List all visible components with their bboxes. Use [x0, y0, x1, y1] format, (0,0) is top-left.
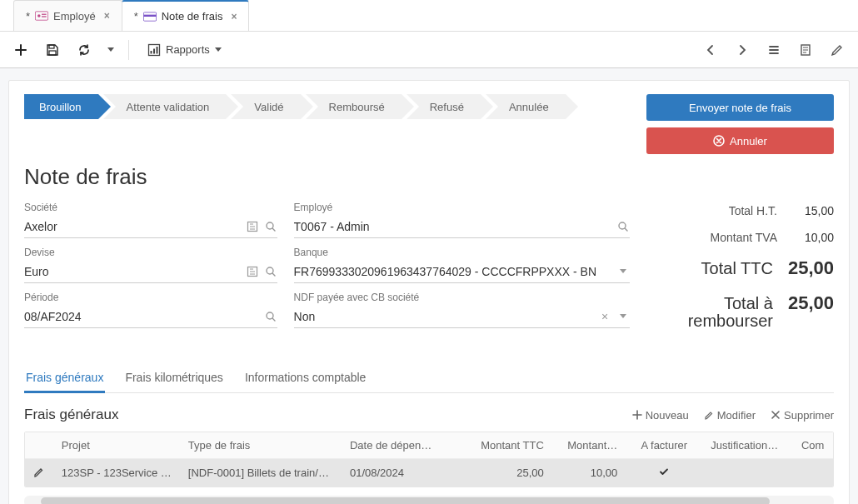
row-edit-icon[interactable]: [33, 467, 44, 480]
workflow-step-valide[interactable]: Validé: [231, 94, 300, 119]
tab-label: Note de frais: [162, 10, 223, 22]
banque-field[interactable]: FR7699333020961963437764029 - CCCCFRPPXX…: [294, 260, 630, 283]
search-icon[interactable]: [264, 265, 277, 278]
record-card: Brouillon Attente validation Validé Remb…: [8, 80, 850, 504]
cancel-expense-button[interactable]: Annuler: [646, 127, 834, 154]
subtab-frais-generaux[interactable]: Frais généraux: [24, 364, 105, 392]
next-record-button[interactable]: [730, 37, 755, 62]
employe-value: T0067 - Admin: [294, 220, 630, 233]
periode-label: Période: [24, 292, 277, 303]
toolbar: Rapports: [0, 32, 858, 68]
clear-icon[interactable]: ×: [598, 310, 611, 323]
horizontal-scrollbar[interactable]: [24, 496, 834, 504]
save-button[interactable]: [40, 37, 65, 62]
workflow-step-brouillon[interactable]: Brouillon: [24, 94, 98, 119]
col-tva[interactable]: Montant…: [552, 432, 626, 459]
reports-dropdown[interactable]: Rapports: [139, 40, 230, 60]
devise-value: Euro: [24, 265, 277, 278]
employe-label: Employé: [294, 202, 630, 213]
col-justif[interactable]: Justification…: [702, 432, 793, 459]
cell-date: 01/08/2024: [342, 459, 462, 487]
open-record-icon[interactable]: [246, 220, 259, 233]
action-buttons: Envoyer note de frais Annuler: [646, 94, 834, 154]
send-label: Envoyer note de frais: [689, 102, 791, 114]
tab-dirty-marker: *: [134, 10, 138, 22]
svg-rect-0: [35, 12, 47, 20]
content-area: Brouillon Attente validation Validé Remb…: [0, 68, 858, 504]
workflow-step-attente[interactable]: Attente validation: [103, 94, 227, 119]
chevron-down-icon[interactable]: [616, 265, 630, 278]
cell-ttc: 25,00: [462, 459, 552, 487]
col-type[interactable]: Type de frais: [180, 432, 342, 459]
banque-label: Banque: [294, 247, 630, 258]
svg-rect-3: [42, 16, 47, 17]
subtab-frais-km[interactable]: Frais kilométriques: [123, 364, 224, 392]
cell-com: [793, 459, 834, 487]
periode-field[interactable]: 08/AF2024: [24, 305, 277, 328]
summary-remb-label: Total à rembourser: [646, 295, 773, 330]
settings-button[interactable]: [825, 37, 850, 62]
ndf-cb-value: Non: [294, 310, 630, 323]
send-expense-button[interactable]: Envoyer note de frais: [646, 94, 834, 121]
col-afacturer[interactable]: A facturer: [626, 432, 702, 459]
svg-point-1: [37, 14, 41, 17]
refresh-button[interactable]: [72, 37, 97, 62]
subtab-infos-compta[interactable]: Informations comptable: [243, 364, 368, 392]
col-com[interactable]: Com: [793, 432, 834, 459]
tab-employe[interactable]: * Employé ×: [13, 0, 122, 31]
toolbar-more-dropdown[interactable]: [103, 37, 118, 62]
employe-field[interactable]: T0067 - Admin: [294, 215, 630, 238]
cell-justif: [702, 459, 793, 487]
table-header-row: Projet Type de frais Date de dépen… Mont…: [25, 432, 834, 459]
chevron-down-icon: [215, 47, 222, 52]
scroll-thumb[interactable]: [41, 497, 770, 504]
plus-icon: [632, 410, 642, 420]
open-record-icon[interactable]: [246, 265, 259, 278]
col-date[interactable]: Date de dépen…: [342, 432, 462, 459]
prev-record-button[interactable]: [698, 37, 723, 62]
devise-field[interactable]: Euro: [24, 260, 277, 283]
societe-label: Société: [24, 202, 277, 213]
list-view-button[interactable]: [761, 37, 786, 62]
expenses-table: Projet Type de frais Date de dépen… Mont…: [24, 432, 834, 487]
search-icon[interactable]: [264, 220, 277, 233]
col-projet[interactable]: Projet: [53, 432, 180, 459]
summary-tva-value: 10,00: [792, 231, 834, 244]
table-row[interactable]: 123SP - 123Service … [NDF-0001] Billets …: [25, 459, 834, 487]
summary-remb-value: 25,00: [788, 292, 834, 314]
pencil-icon: [704, 410, 714, 420]
toolbar-separator: [128, 40, 129, 60]
svg-rect-6: [49, 45, 54, 48]
workflow-step-rembourse[interactable]: Remboursé: [306, 94, 402, 119]
ndf-cb-field[interactable]: Non ×: [294, 305, 630, 328]
panel-new-button[interactable]: Nouveau: [632, 409, 689, 422]
summary-panel: Total H.T. 15,00 Montant TVA 10,00 Total…: [646, 202, 834, 332]
summary-tva-label: Montant TVA: [646, 231, 777, 244]
summary-ht-label: Total H.T.: [646, 204, 777, 217]
chevron-down-icon[interactable]: [616, 310, 630, 323]
search-icon[interactable]: [264, 310, 277, 323]
summary-ht-value: 15,00: [792, 204, 834, 217]
ndf-cb-label: NDF payée avec CB société: [294, 292, 630, 303]
summary-ttc-label: Total TTC: [646, 259, 773, 278]
societe-field[interactable]: Axelor: [24, 215, 277, 238]
panel-delete-button[interactable]: Supprimer: [771, 409, 834, 422]
workflow-statusbar: Brouillon Attente validation Validé Remb…: [24, 94, 571, 119]
summary-ttc-value: 25,00: [788, 257, 834, 279]
workflow-step-annulee[interactable]: Annulée: [486, 94, 566, 119]
page-title: Note de frais: [24, 164, 834, 190]
search-icon[interactable]: [616, 220, 630, 233]
cell-afacturer: [626, 459, 702, 487]
cancel-label: Annuler: [730, 135, 767, 147]
periode-value: 08/AF2024: [24, 310, 277, 323]
cell-projet: 123SP - 123Service …: [53, 459, 180, 487]
societe-value: Axelor: [24, 220, 277, 233]
tab-note-de-frais[interactable]: * Note de frais ×: [122, 0, 250, 31]
form-view-button[interactable]: [793, 37, 818, 62]
panel-edit-button[interactable]: Modifier: [704, 409, 756, 422]
close-icon[interactable]: ×: [104, 10, 110, 22]
col-ttc[interactable]: Montant TTC: [462, 432, 552, 459]
new-record-button[interactable]: [8, 37, 33, 62]
workflow-step-refuse[interactable]: Refusé: [407, 94, 481, 119]
close-icon[interactable]: ×: [231, 11, 237, 22]
